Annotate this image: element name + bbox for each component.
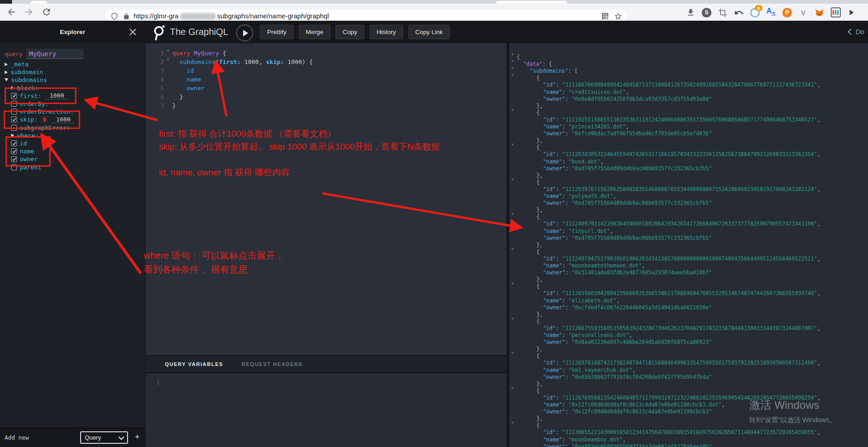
letter-extension-icon[interactable]: V	[795, 6, 811, 19]
ring-extension-icon[interactable]: 8	[747, 6, 763, 19]
graphiql-logo	[152, 24, 167, 41]
line-number: 3	[148, 67, 164, 74]
json-line: "owner": "0xe903ec6b90365569d744a3de802a…	[509, 443, 868, 447]
json-line: "name": "prince134265.dot",	[509, 123, 868, 130]
annotation-box-skip	[4, 110, 80, 129]
history-button[interactable]: History	[370, 25, 403, 39]
json-line: "name": "hm1.vaynerchuk.dot",	[509, 367, 868, 374]
variables-editor[interactable]: 1	[146, 373, 507, 447]
expand-caret-icon[interactable]	[5, 78, 8, 81]
copy-button[interactable]: Copy	[336, 25, 364, 39]
variables-tab-bar: QUERY VARIABLES REQUEST HEADERS	[146, 355, 507, 373]
editor-line: 5 owner	[146, 84, 507, 93]
line-number: 6	[148, 93, 164, 100]
expand-caret-icon[interactable]	[5, 63, 8, 66]
shield-icon[interactable]	[111, 12, 118, 20]
editor-line: 3 id	[146, 66, 507, 75]
merge-button[interactable]: Merge	[299, 25, 330, 39]
chevron-left-icon	[848, 28, 854, 35]
tab-query-variables[interactable]: QUERY VARIABLES	[165, 361, 223, 367]
prettify-button[interactable]: Prettify	[260, 25, 293, 39]
json-line: "name": "busd.dot",	[509, 158, 868, 165]
json-line: "data": {	[509, 61, 868, 68]
json-line: "owner": "0xcfdedf4c087e22644b045a3d1494…	[509, 304, 868, 311]
tab-strip	[0, 0, 868, 4]
windows-activation-watermark: 激活 Windows 转到“设置”以激活 Windows。	[749, 398, 836, 424]
json-line: {	[509, 249, 868, 255]
json-line: },	[509, 276, 868, 283]
add-new-label: Add new	[5, 434, 29, 441]
watermark-line2: 转到“设置”以激活 Windows。	[749, 416, 836, 424]
json-line: "owner": "0xd705f75564d89d4b9ac08b69357f…	[509, 165, 868, 172]
json-line: },	[509, 103, 868, 110]
docs-toggle[interactable]: Do	[849, 28, 864, 35]
browser-chrome: https://glmr-grasubgraphs/name/name-grap…	[0, 0, 868, 21]
lock-icon[interactable]	[123, 13, 130, 20]
explorer-footer: Add new Query +	[0, 428, 146, 447]
explorer-item-subdomain[interactable]: subdomain	[5, 68, 43, 76]
undo-extension-icon[interactable]	[731, 6, 747, 19]
json-line: "subdomains": [	[509, 68, 868, 75]
watermark-line1: 激活 Windows	[749, 398, 836, 412]
qr-code-icon[interactable]	[601, 12, 609, 20]
response-viewer: {"data": {"subdomains": [{"id": "1111867…	[509, 43, 868, 447]
editor-line: 1query MyQuery {	[146, 49, 507, 58]
line-number: 4	[148, 76, 164, 83]
field-label: _meta	[11, 61, 29, 68]
letter-circle-extension-icon[interactable]: S	[699, 6, 715, 19]
json-line: {	[509, 388, 868, 395]
editor-line: 4 name	[146, 75, 507, 84]
crop-extension-icon[interactable]	[715, 6, 731, 19]
query-editor[interactable]: 1query MyQuery {2 subdomains(first: 1000…	[146, 43, 507, 355]
json-line: "owner": "0xd705f75564d89d4b9ac08b69357f…	[509, 235, 868, 242]
json-line: "id": "111186766908499942404587137116084…	[509, 81, 868, 88]
fox-extension-icon[interactable]	[811, 6, 827, 19]
explorer-item-_meta[interactable]: _meta	[5, 60, 29, 68]
editor-line: 6 }	[146, 93, 507, 101]
stripes-extension-icon[interactable]	[827, 6, 844, 19]
translate-extension-icon[interactable]: A文	[763, 6, 779, 19]
json-line: "name": "tinyurl.dot",	[509, 228, 868, 235]
expand-caret-icon[interactable]	[5, 70, 8, 74]
line-number: 1	[148, 50, 164, 57]
download-extension-icon[interactable]	[682, 6, 699, 19]
bookmark-star-icon[interactable]	[614, 12, 623, 21]
annotation-text-first-skip: first: 指 获得 合计1000条数据 （需要看文档）skip: 从多少位置…	[159, 128, 440, 179]
app-title: The GraphiQL	[170, 27, 228, 37]
close-explorer-icon[interactable]	[129, 29, 136, 35]
operation-type-select[interactable]: Query	[80, 431, 128, 444]
selected-operation-type: Query	[85, 434, 101, 441]
annotation-text-line: 看到各种条件， 很有意思	[144, 262, 285, 276]
json-line: "owner": "0x8e8df055624250f6b3dca93d3357…	[509, 96, 868, 103]
json-line: },	[509, 172, 868, 179]
editor-line: 2 subdomains(first: 1000, skip: 1000) {	[146, 58, 507, 66]
json-line: "owner": "0xd705f75564d89d4b9ac08b69357f…	[509, 200, 868, 207]
json-line: {	[509, 54, 868, 61]
annotation-text-line: skip: 从多少位置开始算起。 skip 1000 表示从1000开始，查看下…	[159, 140, 440, 153]
explorer-panel-title: Explorer	[0, 21, 145, 43]
json-line: "name": "moonbeamboy.dot",	[509, 436, 868, 443]
json-line: {	[509, 214, 868, 221]
explorer-item-subdomains[interactable]: subdomains	[5, 76, 47, 84]
annotation-text-line: first: 指 获得 合计1000条数据 （需要看文档）	[159, 128, 440, 140]
url-text: https://glmr-grasubgraphs/name/name-grap…	[134, 12, 329, 20]
forward-icon[interactable]	[24, 7, 34, 17]
browser-navbar: https://glmr-grasubgraphs/name/name-grap…	[0, 4, 868, 21]
annotation-box-first	[5, 87, 76, 104]
copy-link-button[interactable]: Copy Link	[408, 25, 450, 39]
query-name-row: query MyQuery	[5, 49, 83, 59]
execute-query-button[interactable]	[236, 24, 253, 41]
tab-request-headers[interactable]: REQUEST HEADERS	[242, 361, 303, 367]
dark-triangle-extension-icon[interactable]	[844, 6, 860, 19]
json-line: "id": "111203976715620625898283554688087…	[509, 186, 868, 193]
annotation-box-fields	[6, 136, 51, 167]
add-operation-button[interactable]: +	[135, 432, 140, 441]
chevron-down-icon	[118, 434, 124, 440]
reload-icon[interactable]	[41, 7, 52, 17]
line-number: 7	[148, 102, 164, 109]
annotation-text-line: where 语句： 可以鼠标点击展开，	[144, 249, 285, 262]
query-name-input[interactable]: MyQuery	[26, 49, 83, 59]
back-icon[interactable]	[6, 7, 17, 17]
json-line: "id": "111249794753799395019062034341385…	[509, 255, 868, 262]
letter-circle-extension-icon[interactable]: P	[779, 6, 795, 19]
